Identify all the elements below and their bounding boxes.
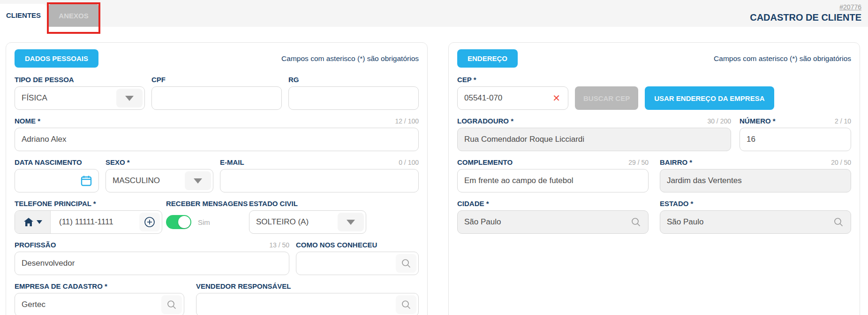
complemento-label: COMPLEMENTO	[457, 158, 513, 166]
estado-civil-dropdown-button[interactable]	[338, 213, 364, 231]
estado-search-button[interactable]	[828, 213, 849, 231]
empresa-de-cadastro-label: EMPRESA DE CADASTRO *	[15, 282, 107, 290]
chevron-down-icon	[194, 178, 202, 184]
sexo-label: SEXO *	[106, 158, 130, 166]
profissao-field[interactable]	[15, 252, 289, 275]
estado-label: ESTADO *	[660, 200, 693, 207]
nome-counter: 12 / 100	[395, 117, 419, 125]
rg-field[interactable]	[288, 86, 419, 110]
tab-clientes[interactable]: CLIENTES	[0, 4, 47, 27]
clear-cep-icon[interactable]: ✕	[552, 93, 560, 103]
complemento-field[interactable]	[457, 169, 649, 192]
sexo-select[interactable]	[106, 169, 213, 192]
record-id-link[interactable]: #20776	[839, 3, 861, 11]
nome-field[interactable]	[15, 128, 419, 151]
como-nos-conheceu-search-button[interactable]	[396, 254, 416, 273]
vendedor-search-button[interactable]	[396, 295, 416, 314]
search-icon	[400, 258, 412, 269]
cep-label: CEP *	[457, 76, 476, 84]
profissao-input[interactable]	[15, 252, 289, 275]
address-badge: ENDEREÇO	[457, 49, 518, 68]
nome-input[interactable]	[15, 128, 418, 151]
tab-anexos[interactable]: ANEXOS	[49, 4, 98, 27]
cidade-input[interactable]	[458, 211, 648, 233]
vendedor-responsavel-input[interactable]	[196, 293, 418, 315]
email-counter: 0 / 100	[399, 159, 419, 166]
search-icon	[166, 299, 177, 310]
calendar-icon	[80, 175, 92, 187]
numero-field[interactable]	[740, 128, 851, 151]
cep-field[interactable]: ✕	[457, 86, 568, 110]
numero-counter: 2 / 10	[835, 117, 851, 125]
empresa-de-cadastro-input[interactable]	[15, 293, 184, 315]
nome-label: NOME *	[15, 117, 40, 125]
logradouro-field[interactable]	[457, 128, 731, 151]
anexos-highlight-box: ANEXOS	[47, 2, 100, 34]
estado-civil-select[interactable]	[249, 210, 366, 234]
cpf-field[interactable]	[151, 86, 282, 110]
telefone-principal-label: TELEFONE PRINCIPAL *	[15, 200, 96, 207]
search-icon	[630, 216, 642, 228]
chevron-down-icon	[347, 220, 355, 225]
calendar-button[interactable]	[76, 171, 97, 190]
empresa-de-cadastro-field[interactable]	[15, 293, 184, 315]
numero-label: NÚMERO *	[740, 117, 776, 125]
chevron-down-icon	[125, 96, 134, 101]
header-right: #20776 CADASTRO DE CLIENTE	[750, 3, 861, 23]
rg-label: RG	[288, 76, 299, 84]
sexo-dropdown-button[interactable]	[185, 171, 211, 190]
tipo-de-pessoa-select[interactable]	[15, 86, 145, 110]
telefone-principal-field[interactable]: (11) 11111-1111	[15, 210, 162, 234]
receber-mensagens-toggle[interactable]	[166, 215, 191, 229]
como-nos-conheceu-field[interactable]	[296, 252, 419, 275]
address-panel: ENDEREÇO Campos com asterisco (*) são ob…	[448, 42, 860, 315]
complemento-input[interactable]	[458, 169, 648, 192]
add-phone-button[interactable]	[139, 213, 160, 231]
data-nascimento-label: DATA NASCIMENTO	[15, 158, 82, 166]
search-icon	[400, 299, 412, 310]
required-note: Campos com asterisco (*) são obrigatório…	[281, 54, 419, 63]
logradouro-label: LOGRADOURO *	[457, 117, 513, 125]
estado-field[interactable]	[660, 210, 851, 234]
vendedor-responsavel-field[interactable]	[196, 293, 419, 315]
data-nascimento-field[interactable]	[15, 169, 99, 192]
receber-mensagens-label: RECEBER MENSAGENS	[166, 200, 248, 207]
personal-data-badge: DADOS PESSOAIS	[15, 49, 98, 68]
email-field[interactable]	[220, 169, 419, 192]
chevron-down-icon	[37, 220, 42, 224]
cep-input[interactable]	[458, 87, 568, 109]
bairro-input[interactable]	[660, 169, 851, 192]
logradouro-input[interactable]	[458, 128, 731, 151]
receber-mensagens-state: Sim	[198, 218, 210, 226]
cidade-label: CIDADE *	[457, 200, 489, 207]
bairro-counter: 20 / 50	[831, 159, 851, 166]
como-nos-conheceu-label: COMO NOS CONHECEU	[296, 241, 377, 249]
complemento-counter: 29 / 50	[628, 159, 649, 166]
personal-data-panel: DADOS PESSOAIS Campos com asterisco (*) …	[6, 42, 428, 315]
cidade-search-button[interactable]	[626, 213, 646, 231]
numero-input[interactable]	[740, 128, 851, 151]
profissao-label: PROFISSÃO	[15, 241, 56, 249]
plus-circle-icon	[144, 216, 155, 228]
cidade-field[interactable]	[457, 210, 649, 234]
search-icon	[833, 216, 844, 228]
empresa-search-button[interactable]	[161, 295, 182, 314]
tipo-de-pessoa-dropdown-button[interactable]	[116, 89, 143, 108]
bairro-label: BAIRRO *	[660, 158, 692, 166]
rg-input[interactable]	[289, 87, 418, 109]
estado-input[interactable]	[660, 211, 851, 233]
tipo-de-pessoa-label: TIPO DE PESSOA	[15, 76, 74, 84]
tab-anexos-label: ANEXOS	[59, 12, 88, 20]
top-bar: CLIENTES ANEXOS #20776 CADASTRO DE CLIEN…	[0, 0, 868, 27]
bairro-field[interactable]	[660, 169, 851, 192]
email-input[interactable]	[220, 169, 418, 192]
profissao-counter: 13 / 50	[269, 241, 289, 249]
usar-endereco-empresa-button[interactable]: USAR ENDEREÇO DA EMPRESA	[645, 86, 774, 110]
home-icon	[23, 217, 34, 227]
estado-civil-label: ESTADO CIVIL	[249, 200, 298, 207]
logradouro-counter: 30 / 200	[707, 117, 731, 125]
phone-type-dropdown[interactable]	[15, 211, 51, 233]
cpf-input[interactable]	[152, 87, 281, 109]
vendedor-responsavel-label: VENDEDOR RESPONSÁVEL	[196, 282, 291, 290]
buscar-cep-button[interactable]: BUSCAR CEP	[575, 86, 638, 110]
